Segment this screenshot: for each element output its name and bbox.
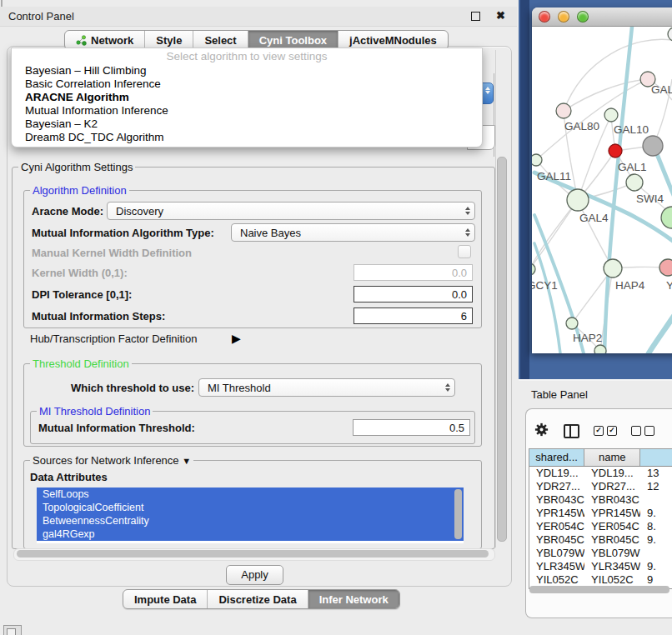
column-header-shared...[interactable]: shared... — [529, 449, 584, 466]
algorithm-option[interactable]: Bayesian – K2 — [12, 118, 482, 131]
desktop-edge — [520, 0, 529, 379]
table-cell: YPR145W — [584, 507, 640, 520]
aracne-mode-select[interactable]: Discovery — [107, 202, 475, 220]
table-row[interactable]: YBL079WYBL079W — [529, 547, 672, 560]
sources-group-title: Sources for Network Inference ▼ — [30, 454, 193, 467]
table-row[interactable]: YDL19...YDL19...13 — [529, 467, 672, 480]
dpi-tolerance-field[interactable]: 0.0 — [354, 286, 473, 302]
node-label: HAP2 — [573, 332, 602, 344]
table-cell: YLR345W — [529, 560, 584, 573]
algorithm-option[interactable]: Basic Correlation Inference — [12, 78, 482, 91]
zoom-window-icon[interactable] — [577, 11, 589, 22]
table-cell: YBL079W — [584, 547, 640, 560]
network-window-titlebar[interactable] — [532, 8, 672, 27]
network-edge-highlighted[interactable] — [655, 150, 672, 215]
table-hscrollbar-thumb[interactable] — [529, 586, 669, 593]
tab-cyni-toolbox[interactable]: Cyni Toolbox — [248, 31, 338, 49]
gear-icon[interactable] — [534, 422, 549, 440]
algorithm-option[interactable]: Bayesian – Hill Climbing — [12, 64, 482, 78]
table-panel-title: Table Panel — [531, 388, 588, 401]
expand-section-icon[interactable]: ▶ — [232, 332, 241, 345]
network-node[interactable] — [643, 136, 663, 156]
close-window-icon[interactable] — [539, 11, 550, 22]
columns-icon[interactable] — [564, 424, 579, 438]
network-node-hap2[interactable] — [566, 318, 578, 329]
network-node-swi4[interactable] — [661, 207, 672, 228]
network-edge-highlighted[interactable] — [649, 300, 672, 353]
network-canvas[interactable]: GALGAL80GAL10GAL1GAL11SWI4GAL4GCY1HAP4YH… — [532, 27, 672, 353]
node-label: GAL80 — [564, 120, 599, 132]
select-all-icon[interactable]: ✓✓ — [594, 426, 617, 436]
float-window-icon[interactable] — [471, 12, 480, 21]
tab-discretize-data[interactable]: Discretize Data — [207, 590, 307, 608]
network-node[interactable] — [668, 28, 672, 41]
network-node-hap4[interactable] — [604, 259, 622, 278]
which-threshold-select[interactable]: MI Threshold — [198, 378, 455, 397]
node-label: GAL11 — [537, 170, 571, 182]
kernel-width-field[interactable]: 0.0 — [354, 264, 473, 281]
table-cell: YBL079W — [529, 547, 584, 560]
table-row[interactable]: YLR345WYLR345W9. — [529, 560, 672, 573]
mi-threshold-label: Mutual Information Threshold: — [38, 422, 195, 434]
attribute-item[interactable]: gal4RGexp — [37, 528, 464, 541]
tab-jactivemnodules[interactable]: jActiveMNodules — [338, 31, 448, 49]
tab-style[interactable]: Style — [144, 31, 193, 49]
attributes-list-scrollbar[interactable] — [454, 489, 462, 539]
node-label: GAL — [651, 83, 672, 96]
mi-type-select[interactable]: Naive Bayes — [231, 223, 475, 242]
mi-steps-field[interactable]: 6 — [354, 308, 473, 324]
column-header-extra[interactable] — [640, 449, 672, 466]
settings-vscrollbar-thumb[interactable] — [497, 157, 507, 542]
network-node-gal11[interactable] — [532, 154, 542, 166]
network-node-gal80[interactable] — [556, 103, 571, 118]
network-node-gal4[interactable] — [567, 189, 589, 211]
tab-label: Network — [91, 34, 133, 47]
manual-kernel-checkbox[interactable] — [458, 245, 471, 258]
network-node-gal10[interactable] — [604, 108, 618, 122]
apply-button[interactable]: Apply — [226, 565, 283, 585]
attribute-item[interactable]: BetweennessCentrality — [37, 514, 464, 528]
table-cell — [640, 493, 672, 507]
minimize-window-icon[interactable] — [558, 11, 569, 22]
attribute-item[interactable]: SelfLoops — [37, 488, 464, 501]
focused-combo-stepper-fragment[interactable] — [481, 82, 494, 104]
restore-panel-icon[interactable] — [3, 625, 22, 635]
network-node-y[interactable] — [659, 259, 672, 276]
mi-steps-label: Mutual Information Steps: — [32, 310, 165, 322]
which-threshold-label: Which threshold to use: — [71, 382, 194, 394]
algorithm-option[interactable]: Dream8 DC_TDC Algorithm — [12, 131, 482, 144]
tab-select[interactable]: Select — [193, 31, 247, 49]
settings-hscrollbar-thumb[interactable] — [17, 550, 489, 558]
table-row[interactable]: YPR145WYPR145W9. — [529, 507, 672, 520]
network-node-gal1[interactable] — [626, 174, 643, 191]
table-row[interactable]: YBR045CYBR045C9. — [529, 533, 672, 547]
table-row[interactable]: YIL052CYIL052C9 — [529, 573, 672, 587]
table-cell: YBR043C — [584, 493, 640, 507]
collapse-section-icon[interactable]: ▼ — [182, 456, 191, 466]
network-node[interactable] — [594, 345, 606, 353]
column-header-name[interactable]: name — [584, 449, 640, 466]
network-node-gcy1[interactable] — [532, 263, 535, 275]
dropdown-placeholder: Select algorithm to view settings — [12, 48, 482, 64]
network-node[interactable] — [609, 144, 622, 158]
table-cell: 12 — [640, 480, 672, 493]
tab-network[interactable]: Network — [65, 31, 144, 49]
table-row[interactable]: YER054CYER054C8. — [529, 520, 672, 533]
table-cell: 13 — [640, 467, 672, 480]
algorithm-option[interactable]: Mutual Information Inference — [12, 104, 482, 118]
network-edge[interactable] — [564, 79, 648, 111]
table-row[interactable]: YBR043CYBR043C — [529, 493, 672, 507]
deselect-all-icon[interactable] — [631, 426, 654, 436]
table-row[interactable]: YDR27...YDR27...12 — [529, 480, 672, 493]
mi-threshold-field[interactable]: 0.5 — [353, 419, 470, 436]
network-edge[interactable] — [564, 39, 672, 111]
tab-impute-data[interactable]: Impute Data — [123, 590, 207, 608]
network-edge-highlighted[interactable] — [534, 243, 560, 353]
close-panel-icon[interactable]: ✖ — [496, 9, 505, 22]
mi-type-value: Naive Bayes — [232, 227, 461, 239]
algorithm-option[interactable]: ARACNE Algorithm — [12, 91, 482, 104]
network-edge-highlighted[interactable] — [604, 27, 632, 353]
attribute-item[interactable]: TopologicalCoefficient — [37, 501, 464, 514]
tab-infer-network[interactable]: Infer Network — [308, 590, 399, 608]
data-attributes-list[interactable]: SelfLoopsTopologicalCoefficientBetweenne… — [37, 488, 464, 543]
